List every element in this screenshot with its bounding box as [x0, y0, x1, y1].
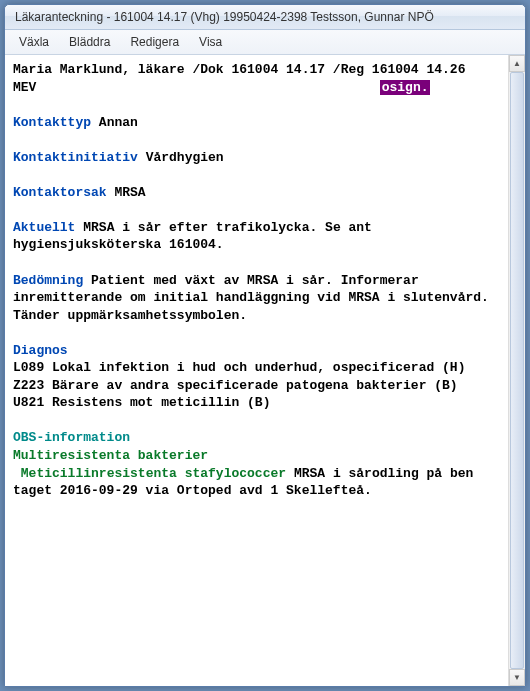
vertical-scrollbar[interactable]: ▲ ▼ [508, 55, 525, 686]
obs-label: OBS-information [13, 430, 130, 445]
diagnos-label-line: Diagnos [13, 342, 500, 360]
diagnos-line-1: L089 Lokal infektion i hud och underhud,… [13, 359, 500, 377]
menubar: Växla Bläddra Redigera Visa [5, 30, 525, 55]
menu-redigera[interactable]: Redigera [120, 32, 189, 52]
osign-badge: osign. [380, 80, 431, 95]
window-title: Läkaranteckning - 161004 14.17 (Vhg) 199… [15, 10, 434, 24]
kontaktorsak-line: Kontaktorsak MRSA [13, 184, 500, 202]
kontakttyp-line: Kontakttyp Annan [13, 114, 500, 132]
kontaktinitiativ-line: Kontaktinitiativ Vårdhygien [13, 149, 500, 167]
menu-bladdra[interactable]: Bläddra [59, 32, 120, 52]
kontakttyp-label: Kontakttyp [13, 115, 91, 130]
kontaktinitiativ-label: Kontaktinitiativ [13, 150, 138, 165]
diagnos-line-2: Z223 Bärare av andra specificerade patog… [13, 377, 500, 395]
aktuellt-label: Aktuellt [13, 220, 75, 235]
aktuellt-line: Aktuellt MRSA i sår efter trafikolycka. … [13, 219, 500, 254]
titlebar[interactable]: Läkaranteckning - 161004 14.17 (Vhg) 199… [5, 5, 525, 30]
multi-label-line: Multiresistenta bakterier [13, 447, 500, 465]
document-content[interactable]: Maria Marklund, läkare /Dok 161004 14.17… [5, 55, 508, 686]
header-line-2: MEV osign. [13, 79, 500, 97]
diagnos-label: Diagnos [13, 343, 68, 358]
diagnos-line-3: U821 Resistens mot meticillin (B) [13, 394, 500, 412]
menu-visa[interactable]: Visa [189, 32, 232, 52]
window: Läkaranteckning - 161004 14.17 (Vhg) 199… [4, 4, 526, 687]
bedomning-line: Bedömning Patient med växt av MRSA i sår… [13, 272, 500, 325]
meti-label: Meticillinresistenta stafylococcer [13, 466, 286, 481]
scroll-thumb[interactable] [510, 72, 524, 669]
bedomning-value: Patient med växt av MRSA i sår. Informer… [13, 273, 497, 323]
menu-vaxla[interactable]: Växla [9, 32, 59, 52]
content-wrapper: Maria Marklund, läkare /Dok 161004 14.17… [5, 55, 525, 686]
kontaktorsak-label: Kontaktorsak [13, 185, 107, 200]
scroll-track[interactable] [509, 72, 525, 669]
kontakttyp-value: Annan [99, 115, 138, 130]
scroll-up-button[interactable]: ▲ [509, 55, 525, 72]
obs-label-line: OBS-information [13, 429, 500, 447]
kontaktorsak-value: MRSA [114, 185, 145, 200]
multi-label: Multiresistenta bakterier [13, 448, 208, 463]
scroll-down-button[interactable]: ▼ [509, 669, 525, 686]
bedomning-label: Bedömning [13, 273, 83, 288]
kontaktinitiativ-value: Vårdhygien [146, 150, 224, 165]
header-line-1: Maria Marklund, läkare /Dok 161004 14.17… [13, 61, 500, 79]
meti-line: Meticillinresistenta stafylococcer MRSA … [13, 465, 500, 500]
header-mev: MEV [13, 80, 36, 95]
